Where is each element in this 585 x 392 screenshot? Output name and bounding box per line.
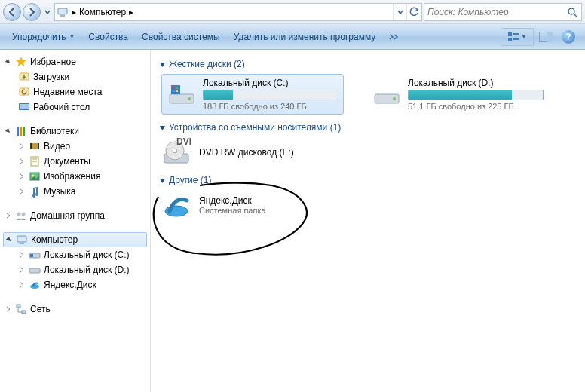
expand-toggle-icon[interactable] [18, 266, 26, 274]
svg-rect-0 [58, 8, 67, 14]
svg-rect-29 [20, 243, 24, 244]
view-options-button[interactable]: ▼ [501, 28, 534, 46]
back-button[interactable] [3, 3, 21, 21]
homegroup-icon [15, 210, 27, 222]
command-bar: Упорядочить ▼ Свойства Свойства системы … [0, 24, 585, 50]
section-label: Другие (1) [169, 175, 211, 185]
svg-rect-19 [30, 143, 32, 149]
svg-line-3 [574, 14, 577, 17]
svg-rect-5 [508, 38, 512, 41]
chevron-down-icon: ▼ [521, 33, 527, 40]
drive-c[interactable]: Локальный диск (C:) 188 ГБ свободно из 2… [161, 74, 344, 115]
svg-rect-31 [30, 254, 33, 257]
yandex-disk-icon [29, 279, 41, 291]
recent-icon [18, 86, 30, 98]
expand-toggle-icon[interactable] [5, 127, 12, 135]
sidebar-favorites[interactable]: Избранное [0, 54, 150, 69]
pictures-icon [29, 170, 41, 182]
desktop-icon [18, 101, 30, 113]
breadcrumb-location[interactable]: Компьютер [79, 7, 126, 17]
documents-icon [29, 155, 41, 167]
svg-rect-9 [547, 32, 553, 42]
video-icon [29, 140, 41, 152]
sidebar-homegroup[interactable]: Домашняя группа [0, 208, 150, 223]
sidebar-item-label: Избранное [30, 57, 76, 67]
sidebar-item-label: Музыка [44, 186, 75, 197]
sidebar-item-drive-c[interactable]: Локальный диск (C:) [0, 247, 150, 262]
sidebar-item-label: Компьютер [31, 234, 78, 245]
svg-rect-14 [20, 104, 29, 109]
chevron-down-icon [397, 9, 403, 15]
properties-label: Свойства [88, 32, 128, 42]
search-input[interactable]: Поиск: Компьютер [424, 3, 582, 21]
expand-toggle-icon[interactable] [5, 236, 13, 243]
expand-toggle-icon[interactable] [5, 305, 12, 313]
sidebar-item-recent[interactable]: Недавние места [0, 84, 150, 100]
svg-point-2 [568, 8, 574, 14]
forward-button[interactable] [23, 3, 41, 21]
expand-toggle-icon[interactable] [18, 142, 26, 150]
svg-rect-35 [22, 311, 26, 314]
sidebar-item-videos[interactable]: Видео [0, 139, 150, 154]
dvd-drive[interactable]: DVD DVD RW дисковод (E:) [161, 137, 577, 167]
svg-rect-1 [60, 15, 65, 17]
breadcrumb-segment-end[interactable]: ▸ [129, 7, 133, 17]
address-row: ▸ Компьютер ▸ Поиск: Компьютер [0, 0, 585, 24]
drive-label: Локальный диск (C:) [203, 78, 338, 88]
command-overflow[interactable] [383, 31, 407, 43]
drive-d[interactable]: Локальный диск (D:) 51,1 ГБ свободно из … [366, 74, 549, 115]
expand-toggle-icon[interactable] [18, 281, 26, 289]
sidebar-item-label: Библиотеки [30, 126, 79, 136]
system-properties-button[interactable]: Свойства системы [136, 29, 226, 45]
help-button[interactable]: ? [558, 28, 579, 46]
uninstall-button[interactable]: Удалить или изменить программу [228, 29, 382, 45]
sidebar-computer[interactable]: Компьютер [3, 232, 147, 247]
nav-history-dropdown[interactable] [42, 3, 53, 21]
organize-menu[interactable]: Упорядочить ▼ [6, 29, 81, 45]
expand-toggle-icon[interactable] [18, 251, 26, 259]
sidebar-item-music[interactable]: Музыка [0, 184, 150, 199]
expand-toggle-icon[interactable] [5, 58, 12, 66]
svg-point-37 [188, 97, 191, 100]
collapse-icon [158, 176, 166, 184]
properties-button[interactable]: Свойства [82, 29, 134, 45]
section-label: Жесткие диски (2) [169, 59, 245, 69]
expand-toggle-icon[interactable] [18, 188, 26, 195]
collapse-icon [158, 60, 166, 68]
breadcrumb-segment[interactable]: ▸ [72, 7, 76, 17]
sidebar-libraries[interactable]: Библиотеки [0, 124, 150, 139]
svg-point-27 [22, 213, 26, 216]
sidebar-item-pictures[interactable]: Изображения [0, 169, 150, 184]
sidebar-item-drive-d[interactable]: Локальный диск (D:) [0, 262, 150, 277]
address-dropdown[interactable] [393, 4, 406, 20]
expand-toggle-icon[interactable] [18, 158, 26, 165]
organize-label: Упорядочить [12, 32, 66, 42]
computer-icon [57, 6, 69, 18]
sidebar-item-label: Сеть [30, 304, 51, 314]
svg-rect-17 [23, 127, 25, 136]
dvd-label: DVD RW дисковод (E:) [199, 147, 294, 158]
libraries-icon [15, 125, 27, 137]
drive-icon [29, 249, 41, 261]
section-other[interactable]: Другие (1) [158, 175, 577, 185]
drive-icon [167, 79, 197, 109]
arrow-right-icon [27, 8, 36, 17]
drive-label: Локальный диск (D:) [408, 78, 544, 88]
svg-rect-41 [176, 87, 178, 89]
expand-toggle-icon[interactable] [18, 173, 26, 180]
refresh-button[interactable] [406, 4, 420, 20]
sidebar-item-yandex-disk[interactable]: Яндекс.Диск [0, 277, 150, 292]
computer-icon [16, 234, 28, 246]
sidebar-item-documents[interactable]: Документы [0, 154, 150, 169]
yandex-disk-item[interactable]: Яндекс.Диск Системная папка [161, 190, 577, 220]
sidebar-network[interactable]: Сеть [0, 302, 150, 317]
drive-free-text: 51,1 ГБ свободно из 225 ГБ [408, 102, 544, 111]
sidebar-item-downloads[interactable]: Загрузки [0, 69, 150, 84]
sidebar-item-desktop[interactable]: Рабочий стол [0, 100, 150, 115]
section-hard-drives[interactable]: Жесткие диски (2) [158, 59, 577, 69]
svg-rect-16 [20, 127, 22, 136]
preview-pane-button[interactable] [535, 28, 556, 46]
address-bar[interactable]: ▸ Компьютер ▸ [54, 3, 422, 21]
section-removable[interactable]: Устройства со съемными носителями (1) [158, 122, 577, 133]
expand-toggle-icon[interactable] [5, 212, 12, 219]
